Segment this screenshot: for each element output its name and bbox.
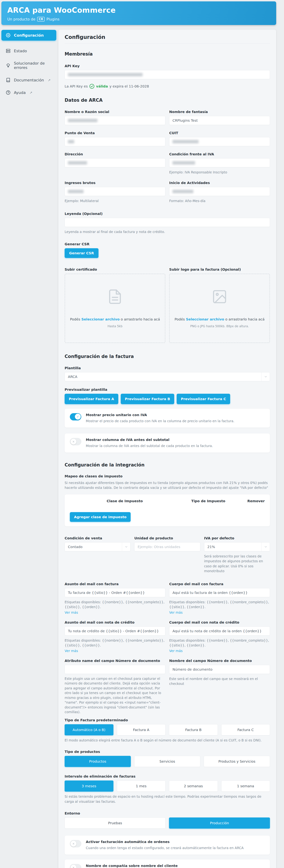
file-icon [107, 289, 123, 305]
condicion-iva-input[interactable] [169, 158, 270, 167]
chevron-down-icon [261, 372, 270, 381]
server-icon [6, 49, 10, 53]
field-label: Cuerpo del mail con factura [169, 582, 270, 586]
tipo-productos-option-productos[interactable]: Productos [65, 756, 131, 767]
sidebar-item-label: Configuración [14, 33, 44, 37]
intervalo-option-1-mes[interactable]: 1 mes [117, 780, 166, 792]
toggle-card-nombre-compania: × Nombre de compañia sobre nombre del cl… [65, 860, 270, 868]
field-mail-factura-asunto: Asunto del mail con factura Etiquetas di… [65, 582, 165, 614]
mail-nc-asunto-input[interactable] [65, 626, 165, 636]
brand-badge: CR [37, 17, 45, 22]
integration-heading: Configuración de la integración [65, 462, 270, 467]
intervalo-label: Intervalo de eliminación de facturas [65, 774, 270, 778]
unidad-producto-input[interactable] [134, 542, 200, 551]
mail-factura-asunto-input[interactable] [65, 588, 165, 597]
agregar-clase-impuesto-button[interactable]: Agregar clase de impuesto [70, 512, 131, 522]
etiquetas-hint: Etiquetas disponibles: {{nombre}}, {{nom… [65, 600, 165, 610]
tipo-productos-option-servicios[interactable]: Servicios [134, 756, 200, 767]
ver-mas-link[interactable]: Ver más [169, 649, 270, 653]
col-tipo-impuesto: Tipo de Impuesto [179, 499, 237, 503]
toggle-nombre-compania[interactable]: × [70, 864, 81, 868]
ver-mas-link[interactable]: Ver más [65, 611, 165, 614]
entorno-option-pruebas[interactable]: Pruebas [65, 817, 166, 829]
toggle-desc: Mostrar la columna de IVA antes del subt… [86, 443, 213, 448]
select-file-link[interactable]: Seleccionar archivo [81, 317, 119, 321]
preview-factura-a-button[interactable]: Previsualizar Factura A [65, 394, 118, 404]
chevron-down-icon [261, 542, 270, 551]
upload-logo-field: Subir logo para la factura (Opcional) Po… [169, 267, 270, 343]
sidebar-item-documentacion[interactable]: Documentación ↗ [1, 78, 56, 82]
external-link-icon: ↗ [48, 78, 51, 82]
image-icon [211, 289, 228, 305]
sidebar-item-ayuda[interactable]: Ayuda ↗ [1, 90, 56, 95]
check-circle-icon [89, 84, 94, 89]
cuit-input[interactable] [169, 137, 270, 146]
nombre-fantasia-input[interactable] [169, 116, 270, 125]
condicion-venta-select[interactable]: Contado [65, 542, 131, 551]
toggle-knob: × [70, 841, 77, 847]
etiquetas-hint: Etiquetas disponibles: {{nombre}}, {{nom… [169, 638, 270, 648]
sidebar-item-estado[interactable]: Estado [1, 49, 56, 53]
tipo-productos-option-ambos[interactable]: Productos y Servicios [204, 756, 270, 767]
field-hint: Este será el nombre del campo que se mos… [169, 676, 270, 686]
toggle-precio-unitario[interactable]: ✓ [70, 413, 81, 421]
brand-name: Plugins [47, 17, 59, 21]
redacted-value [172, 161, 195, 164]
ver-mas-link[interactable]: Ver más [65, 649, 165, 653]
sidebar-item-label: Documentación [14, 78, 44, 82]
generar-csr-button[interactable]: Generar CSR [65, 248, 98, 258]
tipo-factura-hint: El modo automático elegirá entre factura… [65, 738, 270, 743]
field-label: Dirección [65, 152, 165, 156]
field-hint: Será sobreescrito por las clases de impu… [204, 554, 270, 574]
upload-logo-dropzone[interactable]: Podés Seleccionar archivo o arrastrarlo … [169, 274, 270, 343]
tipo-factura-option-b[interactable]: Factura B [169, 724, 218, 735]
plantilla-select[interactable]: ARCA [65, 372, 270, 381]
iva-defecto-select[interactable]: 21% [204, 542, 270, 551]
mail-nc-cuerpo-input[interactable] [169, 626, 270, 636]
toggle-knob: ✓ [75, 414, 81, 420]
api-key-input[interactable] [65, 70, 270, 79]
select-file-link[interactable]: Seleccionar archivo [186, 317, 224, 321]
ver-mas-link[interactable]: Ver más [169, 611, 270, 614]
tipo-factura-option-c[interactable]: Factura C [221, 724, 270, 735]
upload-text: Podés [175, 317, 185, 321]
field-cuit: CUIT [169, 131, 270, 146]
upload-cert-dropzone[interactable]: Podés Seleccionar archivo o arrastrarlo … [65, 274, 165, 343]
intervalo-option-1-semana[interactable]: 1 semana [221, 780, 270, 792]
inicio-actividades-input[interactable] [169, 187, 270, 196]
redacted-value [68, 140, 74, 144]
preview-factura-c-button[interactable]: Previsualizar Factura C [177, 394, 230, 404]
leyenda-input[interactable] [65, 218, 270, 227]
field-nombre-razon: Nombre o Razón social [65, 110, 165, 125]
tipo-factura-option-automatico[interactable]: Automático (A o B) [65, 724, 113, 735]
nombre-campo-input[interactable] [169, 665, 270, 674]
entorno-label: Entorno [65, 811, 270, 815]
intervalo-option-3-meses[interactable]: 3 meses [65, 780, 113, 792]
toggle-facturacion-automatica[interactable]: × [70, 840, 81, 847]
lightbulb-icon [6, 63, 10, 68]
redacted-value [68, 73, 143, 76]
punto-venta-input[interactable] [65, 137, 165, 146]
mail-factura-cuerpo-input[interactable] [169, 588, 270, 597]
preview-factura-b-button[interactable]: Previsualizar Factura B [121, 394, 174, 404]
condicion-venta-value: Contado [68, 545, 83, 549]
field-mail-nc-cuerpo: Cuerpo del mail con nota de crédito Etiq… [169, 620, 270, 653]
sidebar-item-configuracion[interactable]: Configuración [1, 30, 56, 41]
field-hint: Ejemplo: IVA Responsable Inscripto [169, 170, 270, 175]
external-link-icon: ↗ [30, 91, 32, 94]
tipo-factura-option-a[interactable]: Factura A [117, 724, 166, 735]
entorno-option-produccion[interactable]: Producción [169, 817, 270, 829]
toggle-knob: × [70, 439, 77, 444]
status-expiry: y expira el 11-06-2028 [109, 84, 149, 88]
ingresos-brutos-input[interactable] [65, 187, 165, 196]
field-label: IVA por defecto [204, 536, 270, 540]
sidebar-item-solucionador[interactable]: Solucionador de errores [1, 61, 56, 70]
intervalo-option-2-semanas[interactable]: 2 semanas [169, 780, 218, 792]
field-condicion-venta: Condición de venta Contado [65, 536, 131, 574]
toggle-columna-iva[interactable]: × [70, 438, 81, 445]
atributo-name-input[interactable] [65, 665, 165, 674]
field-hint: Ejemplo: Multilateral [65, 198, 165, 204]
preview-label: Previsualizar plantilla [65, 388, 270, 392]
direccion-input[interactable] [65, 158, 165, 167]
nombre-razon-input[interactable] [65, 116, 165, 125]
